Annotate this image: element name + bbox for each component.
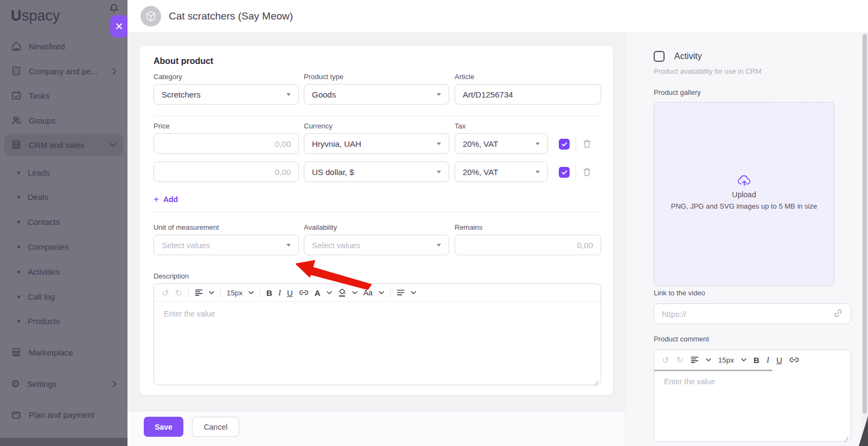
upload-title: Upload <box>732 190 756 199</box>
sidebar-subitem-products[interactable]: Products <box>4 312 123 330</box>
bullet-dot <box>17 171 20 174</box>
uspacy-logo[interactable]: Uspacy <box>11 8 60 24</box>
sidebar-subitem-companies[interactable]: Companies <box>4 237 123 256</box>
price-input[interactable]: 0,00 <box>154 161 299 182</box>
price-placeholder: 0,00 <box>275 139 291 148</box>
chevron-down-icon <box>248 291 254 294</box>
check-icon <box>561 170 567 175</box>
undo-icon[interactable]: ↺ <box>662 355 669 365</box>
line-height-icon[interactable] <box>195 289 203 296</box>
tax-included-checkbox[interactable] <box>559 139 570 150</box>
form-footer: Save Cancel <box>127 411 625 446</box>
close-sidebar-button[interactable] <box>110 15 127 37</box>
sidebar-subitem-contacts[interactable]: Contacts <box>4 212 123 231</box>
sidebar-item-groups[interactable]: Groups <box>4 109 123 131</box>
sidebar-subitem-leads[interactable]: Leads <box>4 163 123 182</box>
align-icon[interactable] <box>397 289 405 296</box>
tax-select[interactable]: 20%, VAT <box>455 161 548 182</box>
resize-handle[interactable] <box>593 378 598 383</box>
link-button[interactable] <box>789 357 799 363</box>
comment-textarea[interactable]: Enter the value <box>654 370 851 441</box>
video-link-input[interactable]: https:// <box>654 303 851 324</box>
chevron-down-icon <box>209 291 214 294</box>
section-title: About product <box>154 56 213 66</box>
line-height-icon[interactable] <box>691 356 699 364</box>
sidebar-item-marketplace[interactable]: Marketplace <box>4 341 123 363</box>
add-price-button[interactable]: + Add <box>154 194 178 205</box>
italic-button[interactable]: I <box>278 288 281 298</box>
price-input[interactable]: 0,00 <box>154 133 299 154</box>
product-comment-editor[interactable]: ↺ ↻ 15px B I U Enter the value <box>654 350 851 442</box>
scrollbar-thumb[interactable] <box>863 34 867 413</box>
product-type-select[interactable]: Goods <box>304 84 449 105</box>
sidebar-item-company[interactable]: Company and pe... <box>4 60 123 82</box>
font-size-select[interactable]: 15px <box>718 356 734 364</box>
underline-button[interactable]: U <box>287 288 293 298</box>
tax-value: 20%, VAT <box>463 167 535 177</box>
dropdown-caret-icon <box>437 171 441 173</box>
bullet-dot <box>17 196 20 198</box>
sidebar-subitem-label: Contacts <box>28 217 60 227</box>
product-avatar <box>141 6 161 27</box>
bullet-dot <box>17 245 20 248</box>
building-icon <box>11 66 22 76</box>
tax-included-checkbox[interactable] <box>559 167 570 178</box>
upload-hint: PNG, JPG and SVG images up to 5 MB in si… <box>671 202 818 210</box>
availability-select[interactable]: Select values <box>304 235 449 255</box>
about-product-card: About product Category Product type Arti… <box>140 46 613 395</box>
link-button[interactable] <box>299 290 309 295</box>
divider <box>154 212 601 212</box>
tax-select[interactable]: 20%, VAT <box>455 133 548 154</box>
sidebar-item-crm-and-sales[interactable]: CRM and sales <box>4 134 123 156</box>
category-select[interactable]: Scretchers <box>154 84 299 105</box>
sidebar-item-tasks[interactable]: Tasks <box>4 85 123 106</box>
dropdown-caret-icon <box>437 93 441 96</box>
sidebar-subitem-activities[interactable]: Activities <box>4 262 123 281</box>
remains-input[interactable]: 0,00 <box>455 235 601 255</box>
product-comment-label: Product comment <box>654 335 709 343</box>
product-gallery-label: Product gallery <box>654 88 701 96</box>
currency-select[interactable]: US dollar, $ <box>304 161 449 182</box>
page-scrollbar[interactable] <box>861 33 868 446</box>
cancel-button[interactable]: Cancel <box>192 417 239 437</box>
undo-icon[interactable]: ↺ <box>162 288 169 298</box>
sidebar-item-newsfeed[interactable]: Newsfeed <box>4 35 123 57</box>
currency-select[interactable]: Hryvnia, UAH <box>304 133 449 154</box>
resize-handle[interactable] <box>844 434 848 438</box>
delete-price-row-button[interactable] <box>582 139 592 151</box>
bullet-dot <box>17 270 20 273</box>
close-icon <box>116 23 123 30</box>
availability-placeholder: Select values <box>312 241 437 250</box>
italic-button[interactable]: I <box>767 355 769 365</box>
chevron-right-icon <box>112 380 117 387</box>
comment-placeholder: Enter the value <box>664 377 715 386</box>
product-type-label: Product type <box>304 73 343 81</box>
main-content: About product Category Product type Arti… <box>127 33 625 446</box>
delete-price-row-button[interactable] <box>582 167 592 179</box>
sidebar-subitem-call-log[interactable]: Call log <box>4 287 123 306</box>
description-textarea[interactable]: Enter the value <box>154 302 601 385</box>
activity-label: Activity <box>674 51 702 61</box>
underline-button[interactable]: U <box>776 355 782 365</box>
product-gallery-upload[interactable]: Upload PNG, JPG and SVG images up to 5 M… <box>654 102 834 286</box>
article-input[interactable]: Art/D1256734 <box>455 84 601 105</box>
bold-button[interactable]: B <box>754 355 760 365</box>
bullet-dot <box>17 295 20 298</box>
unit-select[interactable]: Select values <box>154 235 299 255</box>
font-size-select[interactable]: 15px <box>227 289 242 297</box>
redo-icon[interactable]: ↻ <box>676 355 683 365</box>
currency-value: US dollar, $ <box>312 167 437 177</box>
bold-button[interactable]: B <box>266 288 272 298</box>
chevron-down-icon <box>706 358 711 361</box>
redo-icon[interactable]: ↻ <box>175 288 182 298</box>
availability-label: Availability <box>304 223 337 231</box>
save-button[interactable]: Save <box>144 417 183 437</box>
trash-icon <box>582 139 592 149</box>
sidebar-item-settings[interactable]: ⚙ Settings <box>4 373 123 395</box>
sidebar-subitem-deals[interactable]: Deals <box>4 188 123 206</box>
chevron-right-icon <box>112 68 117 75</box>
sidebar-subitem-label: Products <box>28 316 60 326</box>
sidebar-item-plan-and-payment[interactable]: Plan and payment <box>4 404 123 425</box>
description-editor[interactable]: ↺ ↻ 15px B I U A Aa <box>154 283 601 385</box>
activity-checkbox[interactable] <box>654 51 665 62</box>
